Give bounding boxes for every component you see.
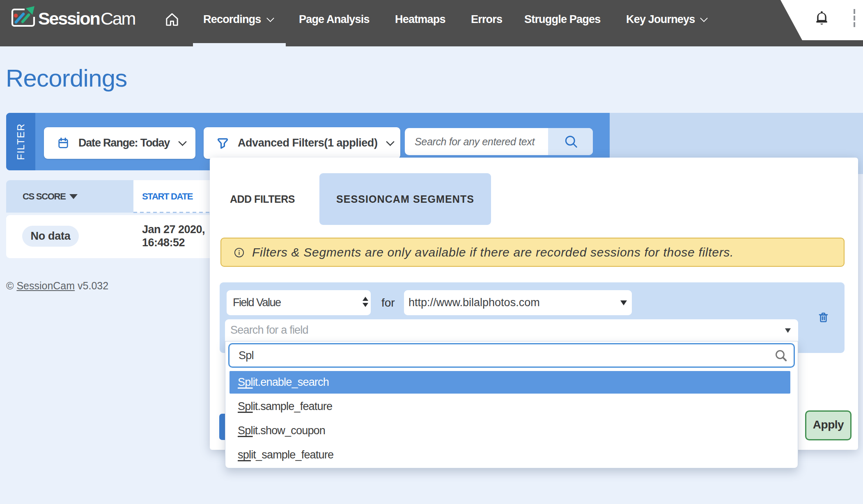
svg-text:Session: Session <box>38 9 100 28</box>
svg-text:Cam: Cam <box>101 9 135 28</box>
